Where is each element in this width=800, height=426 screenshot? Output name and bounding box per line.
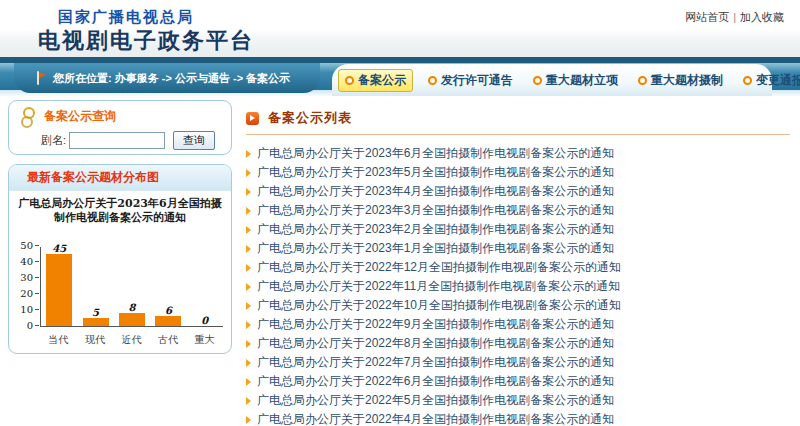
notice-link[interactable]: 广电总局办公厅关于2022年8月全国拍摄制作电视剧备案公示的通知 bbox=[257, 335, 614, 352]
arrow-bullet-icon bbox=[246, 340, 251, 348]
bar-value-label: 45 bbox=[52, 243, 66, 254]
notice-item[interactable]: 广电总局办公厅关于2023年4月全国拍摄制作电视剧备案公示的通知 bbox=[246, 182, 790, 201]
y-tick-label: 40 bbox=[20, 257, 33, 267]
add-favorite-link[interactable]: 加入收藏 bbox=[740, 11, 784, 23]
arrow-bullet-icon bbox=[246, 283, 251, 291]
notice-link[interactable]: 广电总局办公厅关于2023年6月全国拍摄制作电视剧备案公示的通知 bbox=[257, 145, 614, 162]
tab-zhongda-ticai-shezhi[interactable]: 重大题材摄制 bbox=[633, 69, 728, 92]
main-nav: 您所在位置: 办事服务 -> 公示与通告 -> 备案公示 备案公示 发行许可通告… bbox=[0, 57, 800, 90]
circle-icon bbox=[743, 76, 752, 85]
arrow-bullet-icon bbox=[246, 416, 251, 424]
notice-item[interactable]: 广电总局办公厅关于2022年12月全国拍摄制作电视剧备案公示的通知 bbox=[246, 258, 790, 277]
nav-tabs: 备案公示 发行许可通告 重大题材立项 重大题材摄制 变更通报 bbox=[332, 64, 772, 96]
notice-item[interactable]: 广电总局办公厅关于2022年6月全国拍摄制作电视剧备案公示的通知 bbox=[246, 372, 790, 391]
notice-link[interactable]: 广电总局办公厅关于2022年9月全国拍摄制作电视剧备案公示的通知 bbox=[257, 316, 614, 333]
notice-item[interactable]: 广电总局办公厅关于2022年4月全国拍摄制作电视剧备案公示的通知 bbox=[246, 410, 790, 426]
tab-biangeng-tongbao[interactable]: 变更通报 bbox=[738, 69, 800, 92]
bar-value-label: 6 bbox=[165, 305, 172, 316]
notice-item[interactable]: 广电总局办公厅关于2022年8月全国拍摄制作电视剧备案公示的通知 bbox=[246, 334, 790, 353]
circle-icon bbox=[345, 76, 354, 85]
notice-item[interactable]: 广电总局办公厅关于2022年5月全国拍摄制作电视剧备案公示的通知 bbox=[246, 391, 790, 410]
notice-link[interactable]: 广电总局办公厅关于2023年1月全国拍摄制作电视剧备案公示的通知 bbox=[257, 240, 614, 257]
notice-link[interactable]: 广电总局办公厅关于2022年12月全国拍摄制作电视剧备案公示的通知 bbox=[257, 259, 621, 276]
notice-item[interactable]: 广电总局办公厅关于2023年2月全国拍摄制作电视剧备案公示的通知 bbox=[246, 220, 790, 239]
bar-value-label: 5 bbox=[92, 307, 99, 318]
link-separator: | bbox=[733, 11, 736, 23]
notice-link[interactable]: 广电总局办公厅关于2022年4月全国拍摄制作电视剧备案公示的通知 bbox=[257, 411, 614, 426]
search-panel-header: 备案公示查询 bbox=[19, 107, 223, 125]
notice-item[interactable]: 广电总局办公厅关于2022年7月全国拍摄制作电视剧备案公示的通知 bbox=[246, 353, 790, 372]
notice-link[interactable]: 广电总局办公厅关于2022年5月全国拍摄制作电视剧备案公示的通知 bbox=[257, 392, 614, 409]
notice-item[interactable]: 广电总局办公厅关于2023年5月全国拍摄制作电视剧备案公示的通知 bbox=[246, 163, 790, 182]
arrow-bullet-icon bbox=[246, 264, 251, 272]
x-tick-label: 现代 bbox=[78, 330, 112, 345]
notice-link[interactable]: 广电总局办公厅关于2023年3月全国拍摄制作电视剧备案公示的通知 bbox=[257, 202, 614, 219]
x-tick-label: 近代 bbox=[114, 330, 148, 345]
circle-icon bbox=[638, 76, 647, 85]
tab-faxing-xuke-tonggao[interactable]: 发行许可通告 bbox=[423, 69, 518, 92]
sidebar: 备案公示查询 剧名: 查询 最新备案公示题材分布图 广电总局办公厅关于2023年… bbox=[8, 100, 232, 426]
breadcrumb-text: 您所在位置: 办事服务 -> 公示与通告 -> 备案公示 bbox=[53, 71, 290, 86]
x-tick-label: 重大 bbox=[188, 330, 222, 345]
notice-item[interactable]: 广电总局办公厅关于2022年9月全国拍摄制作电视剧备案公示的通知 bbox=[246, 315, 790, 334]
circle-icon bbox=[533, 76, 542, 85]
divider bbox=[246, 134, 790, 135]
bar: 45 bbox=[42, 247, 76, 326]
bar: 6 bbox=[151, 247, 185, 326]
arrow-bullet-icon bbox=[246, 359, 251, 367]
breadcrumb: 您所在位置: 办事服务 -> 公示与通告 -> 备案公示 bbox=[14, 63, 320, 93]
bar-value-label: 8 bbox=[128, 302, 135, 313]
top-links: 网站首页|加入收藏 bbox=[685, 10, 784, 25]
org-name: 国家广播电视总局 bbox=[58, 8, 194, 27]
notice-link[interactable]: 广电总局办公厅关于2023年2月全国拍摄制作电视剧备案公示的通知 bbox=[257, 221, 614, 238]
notice-link[interactable]: 广电总局办公厅关于2023年5月全国拍摄制作电视剧备案公示的通知 bbox=[257, 164, 614, 181]
notice-list: 广电总局办公厅关于2023年6月全国拍摄制作电视剧备案公示的通知广电总局办公厅关… bbox=[246, 143, 790, 426]
x-tick-label: 当代 bbox=[41, 330, 75, 345]
notice-link[interactable]: 广电总局办公厅关于2022年11月全国拍摄制作电视剧备案公示的通知 bbox=[257, 278, 620, 295]
notice-item[interactable]: 广电总局办公厅关于2022年10月全国拍摄制作电视剧备案公示的通知 bbox=[246, 296, 790, 315]
flag-icon bbox=[36, 71, 46, 85]
bar-rect bbox=[155, 316, 181, 326]
arrow-bullet-icon bbox=[246, 150, 251, 158]
bar-rect bbox=[46, 254, 72, 326]
notice-link[interactable]: 广电总局办公厅关于2022年10月全国拍摄制作电视剧备案公示的通知 bbox=[257, 297, 621, 314]
notice-link[interactable]: 广电总局办公厅关于2023年4月全国拍摄制作电视剧备案公示的通知 bbox=[257, 183, 614, 200]
notice-item[interactable]: 广电总局办公厅关于2022年11月全国拍摄制作电视剧备案公示的通知 bbox=[246, 277, 790, 296]
drama-name-input[interactable] bbox=[69, 132, 165, 149]
chart-panel: 最新备案公示题材分布图 广电总局办公厅关于2023年6月全国拍摄制作电视剧备案公… bbox=[8, 164, 232, 354]
page: 国家广播电视总局 电视剧电子政务平台 网站首页|加入收藏 您所在位置: 办事服务… bbox=[0, 0, 800, 426]
notice-item[interactable]: 广电总局办公厅关于2023年1月全国拍摄制作电视剧备案公示的通知 bbox=[246, 239, 790, 258]
y-tick-label: 10 bbox=[20, 305, 33, 315]
chart-x-axis: 当代现代近代古代重大 bbox=[40, 330, 223, 345]
arrow-bullet-icon bbox=[246, 397, 251, 405]
tab-label: 重大题材摄制 bbox=[651, 72, 723, 89]
bar-value-label: 0 bbox=[201, 315, 208, 326]
tab-label: 发行许可通告 bbox=[441, 72, 513, 89]
y-tick-label: 20 bbox=[20, 289, 33, 299]
content: 备案公示查询 剧名: 查询 最新备案公示题材分布图 广电总局办公厅关于2023年… bbox=[0, 97, 800, 426]
search-panel: 备案公示查询 剧名: 查询 bbox=[8, 100, 232, 155]
main-content: 备案公示列表 广电总局办公厅关于2023年6月全国拍摄制作电视剧备案公示的通知广… bbox=[232, 100, 794, 426]
chart-plot: 455860 bbox=[40, 247, 223, 327]
bar: 8 bbox=[115, 247, 149, 326]
notice-link[interactable]: 广电总局办公厅关于2022年6月全国拍摄制作电视剧备案公示的通知 bbox=[257, 373, 614, 390]
search-button[interactable]: 查询 bbox=[173, 131, 215, 150]
arrow-bullet-icon bbox=[246, 302, 251, 310]
arrow-bullet-icon bbox=[246, 378, 251, 386]
tab-zhongda-ticai-lixiang[interactable]: 重大题材立项 bbox=[528, 69, 623, 92]
search-icon bbox=[19, 107, 36, 125]
arrow-bullet-icon bbox=[246, 169, 251, 177]
tab-beian-gongshi[interactable]: 备案公示 bbox=[338, 69, 413, 92]
site-header: 国家广播电视总局 电视剧电子政务平台 网站首页|加入收藏 bbox=[0, 0, 800, 57]
y-tick-label: 30 bbox=[20, 273, 33, 283]
notice-item[interactable]: 广电总局办公厅关于2023年3月全国拍摄制作电视剧备案公示的通知 bbox=[246, 201, 790, 220]
chart-panel-title: 最新备案公示题材分布图 bbox=[9, 165, 231, 191]
list-header-icon bbox=[246, 112, 259, 125]
notice-item[interactable]: 广电总局办公厅关于2023年6月全国拍摄制作电视剧备案公示的通知 bbox=[246, 144, 790, 163]
drama-name-label: 剧名: bbox=[41, 133, 66, 148]
arrow-bullet-icon bbox=[246, 226, 251, 234]
home-link[interactable]: 网站首页 bbox=[685, 11, 729, 23]
circle-icon bbox=[428, 76, 437, 85]
site-title: 电视剧电子政务平台 bbox=[38, 26, 254, 56]
notice-link[interactable]: 广电总局办公厅关于2022年7月全国拍摄制作电视剧备案公示的通知 bbox=[257, 354, 614, 371]
